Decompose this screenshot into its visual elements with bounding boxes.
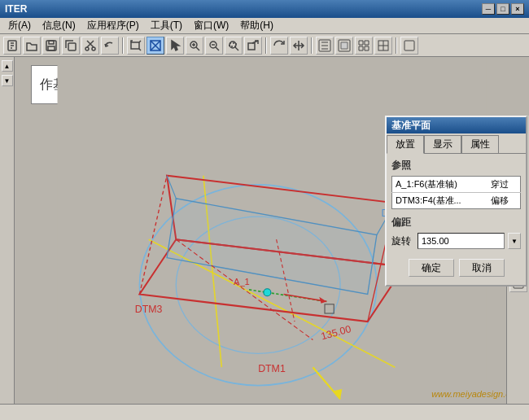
svg-rect-7 [131,42,139,49]
dialog-tab-display[interactable]: 显示 [424,135,461,153]
toolbar-undo[interactable] [101,37,119,55]
rotation-dropdown[interactable]: ▼ [508,233,521,249]
toolbar-copy[interactable] [62,37,80,55]
svg-point-37 [264,289,271,296]
svg-point-5 [85,47,89,50]
title-bar-controls: ─ □ × [482,3,524,15]
toolbar-pan[interactable] [290,37,308,55]
ref-1-type: 穿过 [487,177,520,193]
menu-help[interactable]: 帮助(H) [235,18,278,33]
maximize-button[interactable]: □ [496,3,509,15]
svg-rect-2 [49,41,54,44]
toolbar-open[interactable] [23,37,41,55]
rotation-input[interactable]: 135.00 [418,233,505,249]
canvas-area[interactable]: 作基准平面 [15,57,529,404]
ref-2-type: 偏移 [487,193,520,209]
references-label: 参照 [391,159,521,173]
svg-rect-22 [404,41,414,50]
sep-4 [396,37,397,54]
toolbar-b4[interactable] [374,37,392,55]
toolbar-b3[interactable] [355,37,373,55]
left-sidebar: ▲ ▼ [0,57,15,404]
toolbar-zoom-in[interactable] [186,37,203,55]
svg-rect-12 [230,43,236,46]
ref-row-2: DTM3:F4(基准... 偏移 [392,193,521,209]
toolbar-new[interactable] [3,37,21,55]
menu-window[interactable]: 窗口(W) [189,18,234,33]
svg-rect-4 [68,43,76,50]
ref-1-name: A_1:F6(基准轴) [392,177,488,193]
svg-text:DTM1: DTM1 [258,363,286,374]
dialog-title: 基准平面 [387,117,526,133]
menu-apps[interactable]: 应用程序(P) [82,18,144,33]
main-area: ▲ ▼ 作基准平面 [0,57,529,404]
sep-3 [311,37,313,54]
toolbar-cut[interactable] [81,37,99,55]
toolbar-select[interactable] [166,37,184,55]
dialog-buttons: 确定 取消 [391,256,521,280]
sep-2 [265,37,267,54]
sep-1 [122,37,124,54]
toolbar-b2[interactable] [335,37,353,55]
ok-button[interactable]: 确定 [409,259,454,277]
toolbar-rotate[interactable] [270,37,288,55]
svg-text:A_1: A_1 [234,277,250,287]
menu-bar: 所(A) 信息(N) 应用程序(P) 工具(T) 窗口(W) 帮助(H) [0,18,529,34]
svg-text:DTM3: DTM3 [135,304,163,315]
dialog-title-text: 基准平面 [391,119,431,133]
toolbar-b5[interactable] [400,37,418,55]
offset-label: 偏距 [391,216,521,230]
svg-rect-13 [248,43,255,50]
left-icon-up[interactable]: ▲ [2,60,13,72]
svg-rect-3 [48,46,55,50]
status-bar [0,404,529,420]
dialog-tabs: 放置 显示 属性 [387,133,526,154]
menu-tools[interactable]: 工具(T) [146,18,187,33]
rotation-label: 旋转 [391,234,414,248]
svg-point-6 [92,47,95,50]
ref-2-name: DTM3:F4(基准... [392,193,488,209]
references-table: A_1:F6(基准轴) 穿过 DTM3:F4(基准... 偏移 [391,176,521,209]
rotation-row: 旋转 135.00 ▼ [391,233,521,249]
toolbar-view3d[interactable] [127,37,145,55]
datum-plane-dialog: 基准平面 放置 显示 属性 参照 A_1:F6(基准轴) 穿过 DTM3:F4(… [385,116,527,287]
minimize-button[interactable]: ─ [482,3,495,15]
ref-row-1: A_1:F6(基准轴) 穿过 [392,177,521,193]
cancel-button[interactable]: 取消 [459,259,505,277]
offset-section: 偏距 旋转 135.00 ▼ [391,216,521,249]
dialog-tab-properties[interactable]: 属性 [461,135,499,153]
toolbar [0,34,529,57]
app-title: ITER [5,3,27,15]
toolbar-zoom-fit[interactable] [225,37,243,55]
toolbar-zoom-window[interactable] [244,37,262,55]
toolbar-zoom-out[interactable] [205,37,223,55]
toolbar-wire[interactable] [146,37,164,55]
title-bar: ITER ─ □ × [0,0,529,18]
dialog-body: 参照 A_1:F6(基准轴) 穿过 DTM3:F4(基准... 偏移 偏距 旋转 [387,154,526,285]
toolbar-b1[interactable] [316,37,334,55]
svg-point-11 [230,42,236,48]
menu-suo[interactable]: 所(A) [3,18,36,33]
dialog-tab-placement[interactable]: 放置 [387,135,424,154]
menu-info[interactable]: 信息(N) [37,18,81,33]
close-button[interactable]: × [511,3,524,15]
toolbar-save[interactable] [42,37,60,55]
left-icon-down[interactable]: ▼ [2,75,13,86]
